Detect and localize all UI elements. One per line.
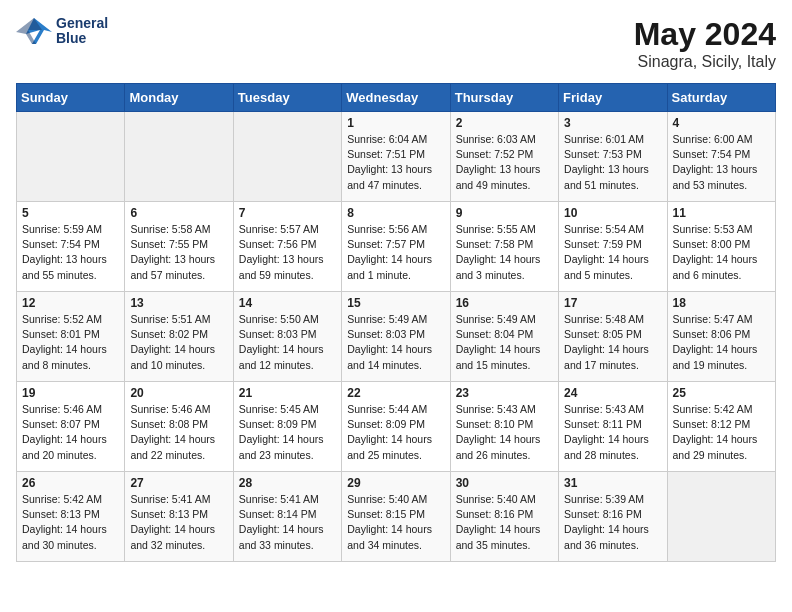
page-subtitle: Sinagra, Sicily, Italy <box>634 53 776 71</box>
day-info: Sunrise: 5:46 AM Sunset: 8:07 PM Dayligh… <box>22 402 119 463</box>
calendar-header: SundayMondayTuesdayWednesdayThursdayFrid… <box>17 84 776 112</box>
column-header-saturday: Saturday <box>667 84 775 112</box>
day-info: Sunrise: 5:45 AM Sunset: 8:09 PM Dayligh… <box>239 402 336 463</box>
page-header: General Blue May 2024 Sinagra, Sicily, I… <box>16 16 776 71</box>
calendar-cell: 30Sunrise: 5:40 AM Sunset: 8:16 PM Dayli… <box>450 472 558 562</box>
day-number: 22 <box>347 386 444 400</box>
column-header-monday: Monday <box>125 84 233 112</box>
calendar-cell: 11Sunrise: 5:53 AM Sunset: 8:00 PM Dayli… <box>667 202 775 292</box>
day-number: 20 <box>130 386 227 400</box>
day-number: 27 <box>130 476 227 490</box>
calendar-cell <box>125 112 233 202</box>
day-info: Sunrise: 5:50 AM Sunset: 8:03 PM Dayligh… <box>239 312 336 373</box>
calendar-cell <box>667 472 775 562</box>
day-info: Sunrise: 5:55 AM Sunset: 7:58 PM Dayligh… <box>456 222 553 283</box>
day-info: Sunrise: 5:57 AM Sunset: 7:56 PM Dayligh… <box>239 222 336 283</box>
day-number: 17 <box>564 296 661 310</box>
day-info: Sunrise: 5:48 AM Sunset: 8:05 PM Dayligh… <box>564 312 661 373</box>
day-number: 1 <box>347 116 444 130</box>
day-info: Sunrise: 5:44 AM Sunset: 8:09 PM Dayligh… <box>347 402 444 463</box>
day-info: Sunrise: 5:41 AM Sunset: 8:14 PM Dayligh… <box>239 492 336 553</box>
day-info: Sunrise: 5:49 AM Sunset: 8:03 PM Dayligh… <box>347 312 444 373</box>
day-info: Sunrise: 5:59 AM Sunset: 7:54 PM Dayligh… <box>22 222 119 283</box>
day-number: 29 <box>347 476 444 490</box>
day-info: Sunrise: 5:43 AM Sunset: 8:10 PM Dayligh… <box>456 402 553 463</box>
day-info: Sunrise: 5:43 AM Sunset: 8:11 PM Dayligh… <box>564 402 661 463</box>
logo-text: General Blue <box>56 16 108 47</box>
week-row-2: 12Sunrise: 5:52 AM Sunset: 8:01 PM Dayli… <box>17 292 776 382</box>
calendar-cell: 8Sunrise: 5:56 AM Sunset: 7:57 PM Daylig… <box>342 202 450 292</box>
day-info: Sunrise: 5:52 AM Sunset: 8:01 PM Dayligh… <box>22 312 119 373</box>
day-info: Sunrise: 5:49 AM Sunset: 8:04 PM Dayligh… <box>456 312 553 373</box>
day-number: 30 <box>456 476 553 490</box>
day-info: Sunrise: 5:58 AM Sunset: 7:55 PM Dayligh… <box>130 222 227 283</box>
week-row-1: 5Sunrise: 5:59 AM Sunset: 7:54 PM Daylig… <box>17 202 776 292</box>
calendar-cell <box>17 112 125 202</box>
day-number: 19 <box>22 386 119 400</box>
day-info: Sunrise: 5:54 AM Sunset: 7:59 PM Dayligh… <box>564 222 661 283</box>
calendar-cell: 28Sunrise: 5:41 AM Sunset: 8:14 PM Dayli… <box>233 472 341 562</box>
calendar-cell: 17Sunrise: 5:48 AM Sunset: 8:05 PM Dayli… <box>559 292 667 382</box>
calendar-cell: 26Sunrise: 5:42 AM Sunset: 8:13 PM Dayli… <box>17 472 125 562</box>
week-row-3: 19Sunrise: 5:46 AM Sunset: 8:07 PM Dayli… <box>17 382 776 472</box>
calendar-cell: 3Sunrise: 6:01 AM Sunset: 7:53 PM Daylig… <box>559 112 667 202</box>
day-info: Sunrise: 5:47 AM Sunset: 8:06 PM Dayligh… <box>673 312 770 373</box>
calendar-cell <box>233 112 341 202</box>
day-info: Sunrise: 5:56 AM Sunset: 7:57 PM Dayligh… <box>347 222 444 283</box>
calendar-cell: 29Sunrise: 5:40 AM Sunset: 8:15 PM Dayli… <box>342 472 450 562</box>
calendar-cell: 4Sunrise: 6:00 AM Sunset: 7:54 PM Daylig… <box>667 112 775 202</box>
title-block: May 2024 Sinagra, Sicily, Italy <box>634 16 776 71</box>
day-info: Sunrise: 6:04 AM Sunset: 7:51 PM Dayligh… <box>347 132 444 193</box>
day-number: 10 <box>564 206 661 220</box>
day-info: Sunrise: 5:51 AM Sunset: 8:02 PM Dayligh… <box>130 312 227 373</box>
calendar-cell: 1Sunrise: 6:04 AM Sunset: 7:51 PM Daylig… <box>342 112 450 202</box>
logo-icon <box>16 16 52 46</box>
column-header-wednesday: Wednesday <box>342 84 450 112</box>
day-info: Sunrise: 5:40 AM Sunset: 8:15 PM Dayligh… <box>347 492 444 553</box>
day-number: 5 <box>22 206 119 220</box>
day-number: 8 <box>347 206 444 220</box>
calendar-cell: 9Sunrise: 5:55 AM Sunset: 7:58 PM Daylig… <box>450 202 558 292</box>
day-info: Sunrise: 5:39 AM Sunset: 8:16 PM Dayligh… <box>564 492 661 553</box>
column-header-friday: Friday <box>559 84 667 112</box>
day-number: 6 <box>130 206 227 220</box>
calendar-cell: 12Sunrise: 5:52 AM Sunset: 8:01 PM Dayli… <box>17 292 125 382</box>
column-header-sunday: Sunday <box>17 84 125 112</box>
day-info: Sunrise: 5:46 AM Sunset: 8:08 PM Dayligh… <box>130 402 227 463</box>
calendar-cell: 6Sunrise: 5:58 AM Sunset: 7:55 PM Daylig… <box>125 202 233 292</box>
day-number: 11 <box>673 206 770 220</box>
calendar-cell: 27Sunrise: 5:41 AM Sunset: 8:13 PM Dayli… <box>125 472 233 562</box>
calendar-table: SundayMondayTuesdayWednesdayThursdayFrid… <box>16 83 776 562</box>
day-info: Sunrise: 6:03 AM Sunset: 7:52 PM Dayligh… <box>456 132 553 193</box>
day-info: Sunrise: 6:00 AM Sunset: 7:54 PM Dayligh… <box>673 132 770 193</box>
day-number: 13 <box>130 296 227 310</box>
calendar-cell: 24Sunrise: 5:43 AM Sunset: 8:11 PM Dayli… <box>559 382 667 472</box>
calendar-cell: 15Sunrise: 5:49 AM Sunset: 8:03 PM Dayli… <box>342 292 450 382</box>
column-header-tuesday: Tuesday <box>233 84 341 112</box>
calendar-cell: 13Sunrise: 5:51 AM Sunset: 8:02 PM Dayli… <box>125 292 233 382</box>
day-number: 12 <box>22 296 119 310</box>
calendar-body: 1Sunrise: 6:04 AM Sunset: 7:51 PM Daylig… <box>17 112 776 562</box>
calendar-cell: 5Sunrise: 5:59 AM Sunset: 7:54 PM Daylig… <box>17 202 125 292</box>
day-number: 26 <box>22 476 119 490</box>
calendar-cell: 31Sunrise: 5:39 AM Sunset: 8:16 PM Dayli… <box>559 472 667 562</box>
logo: General Blue <box>16 16 108 47</box>
day-number: 18 <box>673 296 770 310</box>
day-number: 25 <box>673 386 770 400</box>
day-info: Sunrise: 5:42 AM Sunset: 8:12 PM Dayligh… <box>673 402 770 463</box>
day-number: 23 <box>456 386 553 400</box>
calendar-cell: 10Sunrise: 5:54 AM Sunset: 7:59 PM Dayli… <box>559 202 667 292</box>
page-title: May 2024 <box>634 16 776 53</box>
calendar-cell: 23Sunrise: 5:43 AM Sunset: 8:10 PM Dayli… <box>450 382 558 472</box>
day-info: Sunrise: 5:41 AM Sunset: 8:13 PM Dayligh… <box>130 492 227 553</box>
calendar-cell: 20Sunrise: 5:46 AM Sunset: 8:08 PM Dayli… <box>125 382 233 472</box>
day-info: Sunrise: 5:42 AM Sunset: 8:13 PM Dayligh… <box>22 492 119 553</box>
calendar-cell: 2Sunrise: 6:03 AM Sunset: 7:52 PM Daylig… <box>450 112 558 202</box>
calendar-cell: 19Sunrise: 5:46 AM Sunset: 8:07 PM Dayli… <box>17 382 125 472</box>
day-number: 15 <box>347 296 444 310</box>
calendar-cell: 18Sunrise: 5:47 AM Sunset: 8:06 PM Dayli… <box>667 292 775 382</box>
day-number: 7 <box>239 206 336 220</box>
week-row-0: 1Sunrise: 6:04 AM Sunset: 7:51 PM Daylig… <box>17 112 776 202</box>
calendar-cell: 22Sunrise: 5:44 AM Sunset: 8:09 PM Dayli… <box>342 382 450 472</box>
day-number: 24 <box>564 386 661 400</box>
